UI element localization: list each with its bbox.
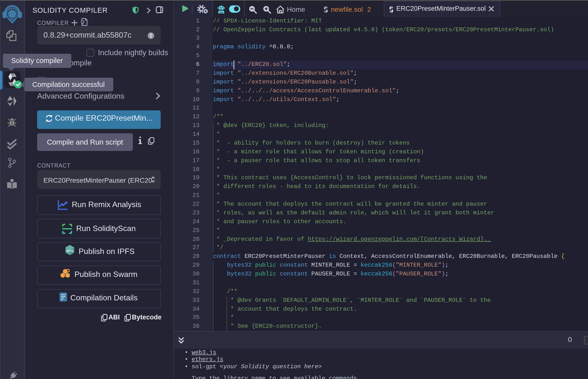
svg-text:IPFS: IPFS [66, 249, 73, 253]
